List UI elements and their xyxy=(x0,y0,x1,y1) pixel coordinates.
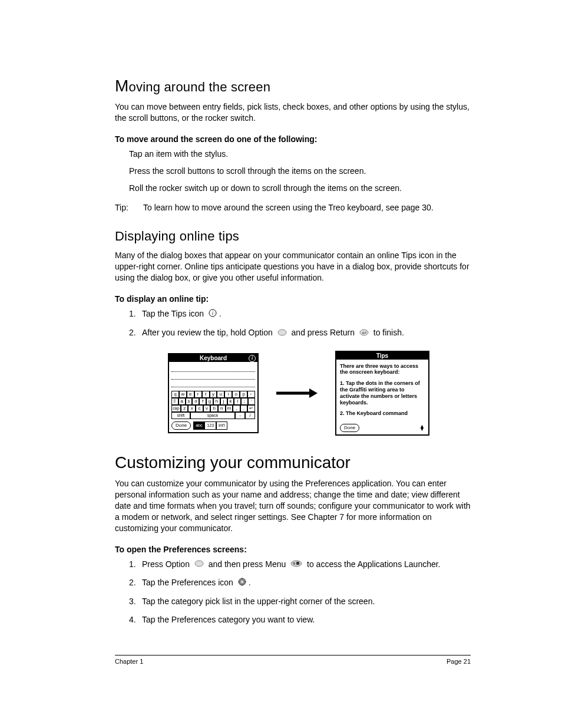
svg-point-3 xyxy=(360,330,368,335)
key-row: ⇧asdfghjkl;' xyxy=(171,398,255,405)
footer-chapter: Chapter 1 xyxy=(115,658,143,665)
list-item: Roll the rocker switch up or down to scr… xyxy=(129,183,471,194)
tips-dialog-title: Tips xyxy=(336,352,428,360)
list-item: Tap an item with the stylus. xyxy=(129,149,471,160)
list-item: 1. Press Option and then press Menu to a… xyxy=(129,559,471,571)
text-line xyxy=(171,373,255,380)
list-item: 4. Tap the Preferences category you want… xyxy=(129,614,471,625)
svg-point-6 xyxy=(195,561,203,566)
key-row: qwertyuiop← xyxy=(171,391,255,398)
tips-paragraph: There are three ways to access the onscr… xyxy=(340,363,425,376)
intro-moving: You can move between entry fields, pick … xyxy=(115,101,471,124)
scroll-arrows-icon: ▲▼ xyxy=(419,425,425,431)
heading-moving-around: Moving around the screen xyxy=(115,77,471,95)
tips-done-button: Done xyxy=(340,424,359,432)
tip-label: Tip: xyxy=(115,203,143,212)
tip-text: To learn how to move around the screen u… xyxy=(143,203,434,212)
tip-row: Tip: To learn how to move around the scr… xyxy=(115,203,471,212)
key-row: capzxcvbnm,.↵ xyxy=(171,405,255,412)
list-item: Press the scroll buttons to scroll throu… xyxy=(129,166,471,177)
heading-online-tips: Displaying online tips xyxy=(115,229,471,244)
svg-text:i: i xyxy=(212,310,214,316)
arrow-right-icon xyxy=(276,387,318,399)
sub-open-prefs: To open the Preferences screens: xyxy=(115,545,471,554)
sub-display-tip: To display an online tip: xyxy=(115,294,471,304)
return-key-icon xyxy=(359,328,369,339)
menu-key-icon xyxy=(290,559,302,570)
done-button: Done xyxy=(171,421,191,430)
tips-paragraph: 1. Tap the dots in the corners of the Gr… xyxy=(340,380,425,406)
svg-marker-5 xyxy=(309,388,318,398)
page-footer: Chapter 1 Page 21 xyxy=(115,655,471,665)
text-line xyxy=(171,381,255,387)
option-key-icon xyxy=(194,559,204,570)
keyboard-tips-diagram: Keyboard i qwertyuiop← ⇧asdfghjkl;' capz… xyxy=(127,351,471,436)
list-item: 2. After you review the tip, hold Option… xyxy=(129,327,471,339)
keyboard-dialog: Keyboard i qwertyuiop← ⇧asdfghjkl;' capz… xyxy=(168,353,259,433)
tips-paragraph: 2. The Keyboard command xyxy=(340,410,425,417)
move-options-list: Tap an item with the stylus. Press the s… xyxy=(115,149,471,194)
keyboard-mode-segment: abc 123 Int'l xyxy=(193,421,227,430)
option-key-icon xyxy=(277,328,287,339)
intro-customizing: You can customize your communicator by u… xyxy=(115,478,471,533)
text-line xyxy=(171,365,255,372)
tips-icon: i xyxy=(209,309,217,320)
list-item: 1. Tap the Tips icon i . xyxy=(129,308,471,320)
key-row: shift space -/ xyxy=(171,412,255,419)
footer-page: Page 21 xyxy=(447,658,471,665)
svg-rect-8 xyxy=(296,562,299,565)
list-item: 2. Tap the Preferences icon . xyxy=(129,577,471,589)
list-item: 3. Tap the category pick list in the upp… xyxy=(129,596,471,607)
tips-dialog: Tips There are three ways to access the … xyxy=(335,351,429,436)
keyboard-dialog-title: Keyboard i xyxy=(169,354,257,362)
intro-online-tips: Many of the dialog boxes that appear on … xyxy=(115,250,471,284)
preferences-icon xyxy=(238,578,246,589)
sub-move-instructions: To move around the screen do one of the … xyxy=(115,134,471,144)
svg-point-10 xyxy=(241,581,243,583)
heading-customizing: Customizing your communicator xyxy=(115,453,471,472)
svg-point-2 xyxy=(278,330,286,335)
info-icon: i xyxy=(249,355,256,362)
